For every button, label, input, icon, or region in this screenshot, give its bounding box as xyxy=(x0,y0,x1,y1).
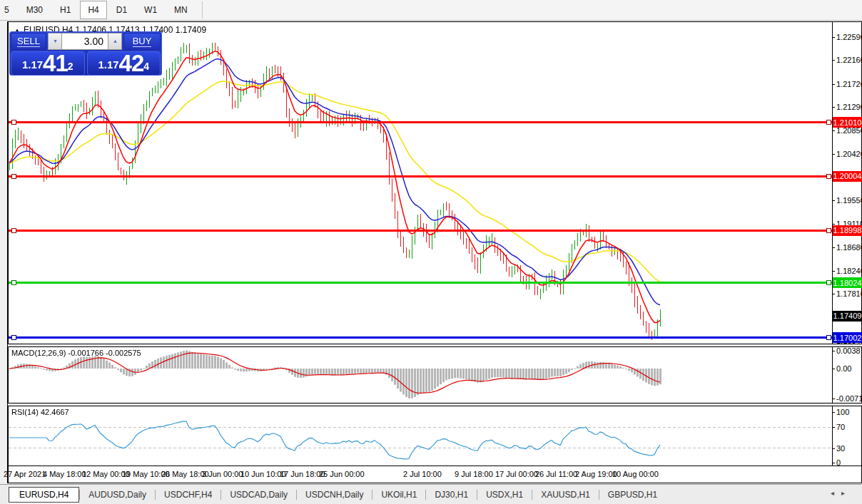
timeframe-toolbar: 5M30H1H4D1W1MN xyxy=(0,0,862,21)
level-line-handle[interactable] xyxy=(11,120,16,125)
level-line-handle[interactable] xyxy=(826,120,831,125)
level-line-handle[interactable] xyxy=(826,174,831,179)
chart-tab-eurusd[interactable]: EURUSD,H4 xyxy=(9,487,79,503)
price-axis-tick-mark xyxy=(832,294,835,294)
chart-tab-usdcnh[interactable]: USDCNH,Daily xyxy=(297,488,372,502)
volume-increase-button[interactable]: ▲ xyxy=(108,33,122,50)
buy-price-big: 42 xyxy=(119,53,144,74)
price-axis-tick-mark xyxy=(832,107,835,108)
horizontal-level-line[interactable] xyxy=(9,175,832,178)
down-arrow-icon: ▼ xyxy=(52,38,57,44)
rsi-axis-value: 30 xyxy=(836,444,845,453)
x-axis-date-label: 3 Jun 00:00 xyxy=(202,470,243,478)
chart-tab-usdchf[interactable]: USDCHF,H4 xyxy=(156,488,220,502)
horizontal-level-line[interactable] xyxy=(9,230,832,232)
price-axis-tick-mark xyxy=(832,247,835,248)
timeframe-buttons-group: 5M30H1H4D1W1MN xyxy=(0,1,196,19)
level-line-handle[interactable] xyxy=(826,280,831,285)
buy-button[interactable]: BUY xyxy=(123,33,161,50)
sell-button[interactable]: SELL xyxy=(11,33,46,50)
x-axis-date-label: 27 Apr 2021 xyxy=(4,470,46,478)
sell-price-small: 1.17 xyxy=(22,56,43,74)
chart-tab-bar: EURUSD,H4AUDUSD,DailyUSDCHF,H4USDCAD,Dai… xyxy=(0,484,862,504)
chart-tab-gbpusd[interactable]: GBPUSD,H1 xyxy=(599,488,666,502)
chart-tab-xauusd[interactable]: XAUUSD,H1 xyxy=(532,488,599,502)
chart-tab-audusd[interactable]: AUDUSD,Daily xyxy=(80,488,155,502)
x-axis-date-label: 2 Jul 10:00 xyxy=(403,470,442,478)
buy-price-pip: 4 xyxy=(143,52,149,81)
timeframe-button-mn[interactable]: MN xyxy=(166,1,196,19)
price-axis-tick: 1.19550 xyxy=(836,196,862,205)
rsi-axis-value-tick-mark xyxy=(832,427,835,428)
macd-axis-value-tick-mark xyxy=(832,369,835,369)
tab-scroll-arrows: ◂▸ xyxy=(831,489,852,497)
macd-axis-value-tick-mark xyxy=(832,398,835,399)
macd-label: MACD(12,26,9) -0.001766 -0.002575 xyxy=(11,349,141,357)
up-arrow-icon: ▲ xyxy=(112,38,117,44)
macd-axis-value: 0.00 xyxy=(836,364,851,373)
x-axis-date-label: 25 Jun 00:00 xyxy=(319,470,365,478)
price-axis-tick-mark xyxy=(832,60,835,61)
level-line-handle[interactable] xyxy=(11,228,16,233)
current-price-label: 1.17409 xyxy=(833,311,862,322)
volume-field-wrap xyxy=(62,33,108,50)
level-line-handle[interactable] xyxy=(826,335,831,340)
price-axis-tick: 1.20420 xyxy=(836,150,862,158)
timeframe-button-h1[interactable]: H1 xyxy=(52,1,78,19)
sell-price-big: 41 xyxy=(43,53,68,74)
x-axis-date-label: 26 Jul 11:00 xyxy=(535,470,577,478)
rsi-indicator-canvas[interactable] xyxy=(9,406,832,465)
level-price-label: 1.17002 xyxy=(833,332,862,343)
x-axis-date-label: 17 Jul 00:00 xyxy=(495,470,538,478)
rsi-label: RSI(14) 42.4667 xyxy=(11,408,69,416)
volume-input[interactable] xyxy=(62,34,108,49)
tab-scroll-right-icon[interactable]: ▸ xyxy=(841,489,852,497)
horizontal-level-line[interactable] xyxy=(9,282,832,284)
tab-scroll-left-icon[interactable]: ◂ xyxy=(831,489,841,497)
trading-app-window: 5M30H1H4D1W1MN ▲EURUSD,H4 1.17406 1.1741… xyxy=(0,0,862,504)
price-axis-tick-mark xyxy=(832,130,835,131)
macd-axis-value: -0.00719 xyxy=(836,394,862,403)
volume-decrease-button[interactable]: ▼ xyxy=(48,33,62,50)
timeframe-button-m30[interactable]: M30 xyxy=(19,1,51,19)
one-click-trade-panel: SELL ▼ ▲ BUY 1.17412 1.17424 xyxy=(9,31,162,76)
chart-tab-dj30[interactable]: DJ30,H1 xyxy=(426,488,477,502)
price-axis-tick-mark xyxy=(832,84,835,85)
chart-tab-usdx[interactable]: USDX,H1 xyxy=(477,488,532,502)
rsi-axis-value-tick-mark xyxy=(832,448,835,449)
chart-tab-usdcad[interactable]: USDCAD,Daily xyxy=(221,488,296,502)
timeframe-button-w1[interactable]: W1 xyxy=(136,1,165,19)
buy-price-small: 1.17 xyxy=(98,56,118,74)
sell-price-pip: 2 xyxy=(68,52,73,81)
horizontal-level-line[interactable] xyxy=(9,336,832,339)
price-axis-tick-mark xyxy=(832,200,835,201)
sell-price-display[interactable]: 1.17412 xyxy=(11,51,85,76)
rsi-axis-value: 100 xyxy=(836,408,849,416)
chart-tab-ukoil[interactable]: UKOil,H1 xyxy=(372,488,425,502)
price-axis-tick: 1.18240 xyxy=(836,267,862,275)
level-line-handle[interactable] xyxy=(11,335,16,340)
x-axis-date-label: 10 Aug 00:00 xyxy=(612,470,659,478)
timeframe-button-h4[interactable]: H4 xyxy=(80,1,106,19)
level-price-label: 1.18998 xyxy=(833,225,862,236)
macd-axis-value: 0.003873 xyxy=(836,346,862,355)
price-axis-tick: 1.22590 xyxy=(836,33,862,41)
level-line-handle[interactable] xyxy=(11,174,16,179)
macd-axis-value-tick-mark xyxy=(832,351,835,351)
rsi-axis-value: 70 xyxy=(836,423,845,431)
timeframe-button-5[interactable]: 5 xyxy=(0,1,17,19)
price-axis-tick-mark xyxy=(832,154,835,155)
level-line-handle[interactable] xyxy=(11,280,16,285)
price-axis-tick-mark xyxy=(832,37,835,38)
timeframe-button-d1[interactable]: D1 xyxy=(108,1,135,19)
horizontal-level-line[interactable] xyxy=(9,121,832,123)
buy-price-display[interactable]: 1.17424 xyxy=(87,51,161,76)
price-axis-tick-mark xyxy=(832,271,835,272)
toolbar-separator xyxy=(202,1,203,19)
level-line-handle[interactable] xyxy=(826,228,831,233)
price-axis-tick: 1.17810 xyxy=(836,289,862,298)
level-price-label: 1.20004 xyxy=(833,171,862,182)
price-axis-tick: 1.18680 xyxy=(836,243,862,252)
x-axis-date-label: 9 Jul 18:00 xyxy=(455,470,493,478)
rsi-axis-value-tick-mark xyxy=(832,412,835,413)
